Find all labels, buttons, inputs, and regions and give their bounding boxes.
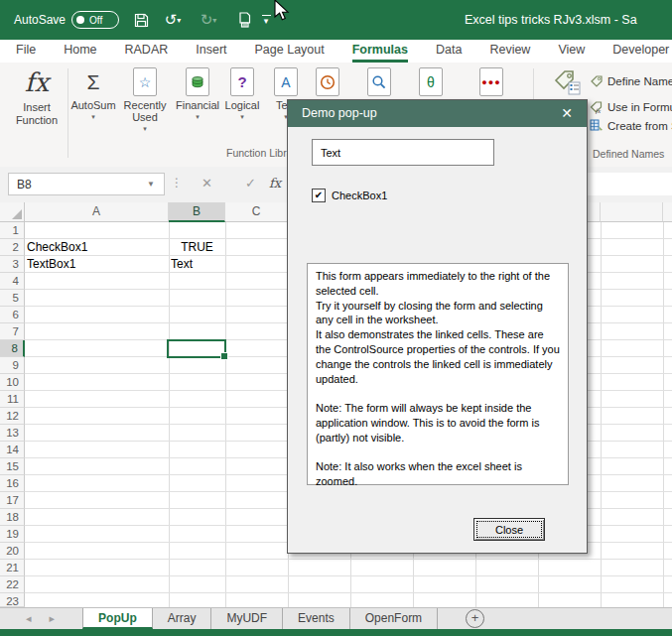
tab-file[interactable]: File bbox=[16, 40, 36, 63]
row-header-5[interactable]: 5 bbox=[0, 290, 25, 307]
formula-bar-handle[interactable]: ⋮ bbox=[171, 176, 183, 190]
clock-icon bbox=[301, 67, 354, 96]
prev-sheet-icon[interactable]: ◂ bbox=[26, 612, 32, 625]
row-header-7[interactable]: 7 bbox=[0, 323, 25, 340]
tab-home[interactable]: Home bbox=[64, 40, 96, 63]
selected-cell-outline[interactable] bbox=[167, 339, 226, 358]
popup-checkbox-row[interactable]: ✔ CheckBox1 bbox=[312, 189, 387, 202]
svg-text:fx: fx bbox=[596, 107, 602, 115]
sheet-tab-array[interactable]: Array bbox=[153, 608, 212, 629]
tag-fx-icon: fx bbox=[590, 100, 604, 114]
row-header-13[interactable]: 13 bbox=[0, 425, 25, 442]
ribbon-tabs: FileHomeRADARInsertPage LayoutFormulasDa… bbox=[16, 40, 669, 63]
cancel-entry-icon[interactable]: ✕ bbox=[202, 176, 212, 191]
popup-textbox[interactable] bbox=[312, 139, 494, 166]
insert-function-button[interactable]: fx Insert Function bbox=[8, 67, 66, 127]
title-bar: AutoSave Off ↺▾ ↻▾ ▾ Excel tips tricks R… bbox=[0, 0, 672, 40]
column-header-C[interactable]: C bbox=[225, 202, 288, 222]
add-sheet-button[interactable]: + bbox=[466, 609, 484, 628]
name-manager-icon[interactable] bbox=[550, 66, 582, 102]
row-header-8[interactable]: 8 bbox=[0, 340, 25, 357]
tab-page-layout[interactable]: Page Layout bbox=[255, 40, 325, 63]
popup-close-icon[interactable]: ✕ bbox=[553, 100, 581, 127]
fx-icon: fx bbox=[8, 67, 66, 97]
fill-handle[interactable] bbox=[220, 352, 228, 360]
name-box[interactable]: B8 bbox=[8, 173, 165, 195]
insert-function-fx-icon[interactable]: fx bbox=[269, 176, 281, 191]
star-icon: ☆ bbox=[118, 67, 172, 96]
quick-print-icon[interactable] bbox=[232, 9, 256, 31]
magnifier-icon bbox=[352, 67, 406, 96]
cell-B3[interactable]: Text bbox=[171, 256, 223, 273]
ribbon-button-autosum[interactable]: ΣAutoSum▾ bbox=[67, 67, 120, 121]
row-header-18[interactable]: 18 bbox=[0, 509, 25, 526]
tab-view[interactable]: View bbox=[558, 40, 585, 63]
autosave-toggle-dot bbox=[76, 16, 84, 24]
close-button[interactable]: Close bbox=[473, 518, 545, 541]
checkbox-checked-icon[interactable]: ✔ bbox=[312, 189, 326, 202]
row-header-9[interactable]: 9 bbox=[0, 357, 25, 374]
row-header-16[interactable]: 16 bbox=[0, 475, 25, 492]
cell-A3[interactable]: TextBox1 bbox=[27, 256, 167, 273]
cell-B2[interactable]: TRUE bbox=[171, 239, 223, 256]
row-header-15[interactable]: 15 bbox=[0, 458, 25, 475]
ribbon-tab-row: FileHomeRADARInsertPage LayoutFormulasDa… bbox=[0, 40, 672, 63]
row-header-1[interactable]: 1 bbox=[0, 222, 25, 239]
enter-entry-icon[interactable]: ✓ bbox=[245, 176, 256, 191]
column-header-blank[interactable] bbox=[601, 202, 663, 222]
tab-review[interactable]: Review bbox=[489, 40, 530, 63]
dropdown-caret-icon: ▾ bbox=[67, 113, 120, 121]
next-sheet-icon[interactable]: ▸ bbox=[50, 612, 56, 625]
save-icon[interactable] bbox=[129, 9, 153, 31]
popup-description: This form appears immediately to the rig… bbox=[307, 263, 569, 485]
tag-icon bbox=[590, 74, 604, 88]
tab-formulas[interactable]: Formulas bbox=[352, 40, 408, 63]
ribbon-button-recently-used[interactable]: ☆Recently Used▾ bbox=[118, 67, 172, 133]
row-header-14[interactable]: 14 bbox=[0, 442, 25, 458]
row-header-17[interactable]: 17 bbox=[0, 492, 25, 509]
tab-insert[interactable]: Insert bbox=[196, 40, 226, 63]
row-header-3[interactable]: 3 bbox=[0, 256, 25, 273]
sheet-tab-myudf[interactable]: MyUDF bbox=[211, 608, 283, 629]
row-header-19[interactable]: 19 bbox=[0, 526, 25, 543]
tab-developer[interactable]: Developer bbox=[612, 40, 669, 63]
row-header-4[interactable]: 4 bbox=[0, 273, 25, 290]
row-header-10[interactable]: 10 bbox=[0, 374, 25, 391]
row-header-2[interactable]: 2 bbox=[0, 239, 25, 256]
sheet-tab-openform[interactable]: OpenForm bbox=[350, 608, 438, 629]
customize-qat-icon[interactable]: ▾ bbox=[258, 9, 274, 31]
cell-A2[interactable]: CheckBox1 bbox=[27, 239, 167, 256]
column-header-A[interactable]: A bbox=[25, 202, 169, 222]
row-header-6[interactable]: 6 bbox=[0, 307, 25, 323]
popup-title-bar[interactable]: Demo pop-up ✕ bbox=[288, 100, 587, 127]
column-header-blank[interactable] bbox=[663, 202, 672, 222]
autosave-toggle[interactable]: Off bbox=[71, 11, 119, 29]
tab-data[interactable]: Data bbox=[436, 40, 462, 63]
row-header-11[interactable]: 11 bbox=[0, 391, 25, 408]
column-header-B[interactable]: B bbox=[169, 202, 225, 222]
tab-radar[interactable]: RADAR bbox=[125, 40, 169, 63]
sheet-tab-bar: ◂ ▸ PopUpArrayMyUDFEventsOpenForm + bbox=[0, 607, 672, 629]
row-header-12[interactable]: 12 bbox=[0, 408, 25, 425]
ribbon-button-use-in-formula[interactable]: fxUse in Formula bbox=[590, 100, 672, 114]
dropdown-caret-icon: ▾ bbox=[118, 125, 172, 133]
ribbon-button-create-from-selection[interactable]: Create from Selection bbox=[590, 119, 672, 133]
ribbon-button-define-name[interactable]: Define Name bbox=[590, 74, 672, 88]
document-title: Excel tips tricks RJv3.xlsm - Sa bbox=[465, 13, 637, 27]
defined-names-group-label: Defined Names bbox=[593, 148, 664, 160]
sheet-tab-events[interactable]: Events bbox=[283, 608, 350, 629]
redo-icon: ↻▾ bbox=[197, 9, 220, 31]
name-box-caret-icon[interactable]: ▼ bbox=[147, 180, 155, 189]
insert-function-label: Insert Function bbox=[8, 101, 66, 127]
sheet-tab-popup[interactable]: PopUp bbox=[82, 608, 153, 629]
row-header-21[interactable]: 21 bbox=[0, 560, 25, 576]
grid-select-icon bbox=[590, 119, 604, 133]
popup-checkbox-label: CheckBox1 bbox=[332, 190, 387, 201]
row-header-20[interactable]: 20 bbox=[0, 543, 25, 560]
undo-icon[interactable]: ↺▾ bbox=[161, 9, 185, 31]
row-header-22[interactable]: 22 bbox=[0, 576, 25, 593]
mouse-cursor-icon bbox=[274, 0, 292, 28]
select-all-corner[interactable] bbox=[0, 202, 25, 222]
sheet-nav-arrows: ◂ ▸ bbox=[26, 608, 55, 629]
row-header-23[interactable]: 23 bbox=[0, 593, 25, 607]
